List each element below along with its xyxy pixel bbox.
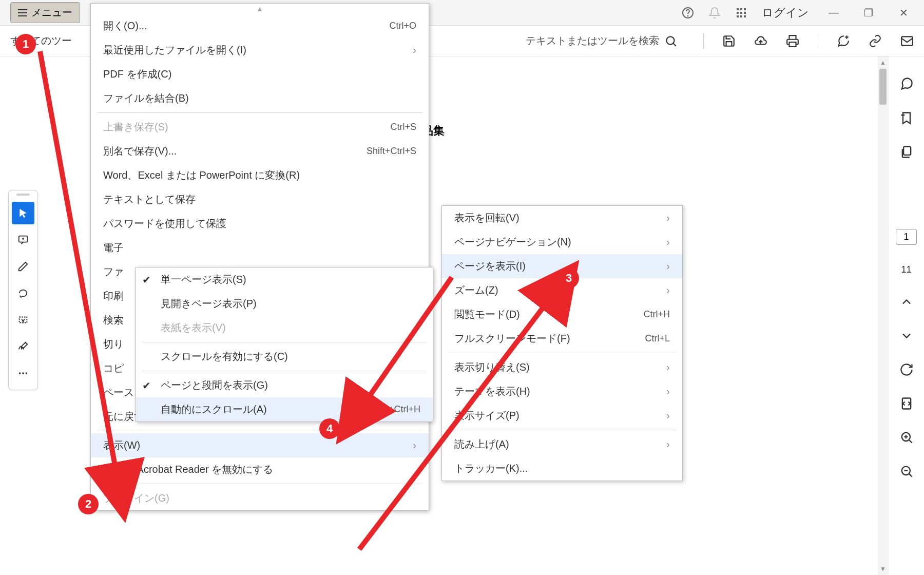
cloud-upload-icon[interactable] (754, 34, 767, 48)
mail-icon[interactable] (900, 34, 914, 48)
menu-plugin[interactable]: プラグイン(G) (91, 486, 429, 510)
svg-rect-3 (740, 8, 742, 10)
select-tool[interactable] (12, 202, 34, 224)
svg-rect-5 (737, 12, 739, 14)
svg-rect-19 (903, 147, 911, 155)
annotation-badge-3: 3 (559, 268, 579, 289)
comment-add-icon[interactable] (837, 34, 850, 48)
menu-toggle[interactable]: 表示切り替え(S)› (442, 355, 682, 379)
menu-button-label: メニュー (31, 6, 72, 20)
page-up-icon[interactable] (899, 295, 914, 309)
menu-button[interactable]: メニュー (10, 2, 80, 23)
divider (818, 33, 818, 49)
link-icon[interactable] (869, 34, 882, 48)
menu-fullscreen[interactable]: フルスクリーンモード(F)Ctrl+L (442, 327, 682, 351)
menu-single-page[interactable]: ✔単一ページ表示(S) (136, 267, 433, 292)
fit-width-icon[interactable] (899, 396, 914, 411)
menu-spread[interactable]: 見開きページ表示(P) (136, 292, 433, 316)
search-placeholder[interactable]: テキストまたはツールを検索 (526, 34, 659, 48)
vertical-scrollbar[interactable]: ▲ ▼ (878, 56, 888, 575)
rotate-icon[interactable] (899, 362, 914, 377)
menu-page-breaks[interactable]: ✔ページと段間を表示(G) (136, 373, 433, 397)
menu-create-pdf[interactable]: PDF を作成(C) (91, 62, 429, 86)
scroll-thumb[interactable] (879, 69, 887, 105)
menu-view[interactable]: 表示(W)› (91, 433, 429, 457)
menu-open[interactable]: 開く(O)...Ctrl+O (91, 14, 429, 38)
lasso-tool[interactable] (12, 282, 34, 304)
search-icon[interactable] (664, 34, 678, 48)
menu-auto-scroll[interactable]: 自動的にスクロール(A)Shift+Ctrl+H (136, 397, 433, 421)
svg-point-17 (22, 372, 24, 374)
annotation-badge-2: 2 (78, 494, 99, 514)
text-select-tool[interactable] (12, 309, 34, 331)
svg-rect-9 (740, 15, 742, 17)
scroll-up-button[interactable]: ▲ (878, 56, 888, 69)
page-current[interactable]: 1 (896, 229, 916, 245)
svg-rect-12 (790, 42, 796, 47)
minimize-button[interactable]: — (823, 7, 844, 18)
menu-read-aloud[interactable]: 読み上げ(A)› (442, 432, 682, 456)
svg-point-11 (666, 36, 674, 44)
apps-icon[interactable] (735, 7, 747, 19)
svg-rect-7 (744, 12, 746, 14)
annotation-badge-4: 4 (319, 418, 340, 439)
menu-scroll-up[interactable]: ▲ (91, 4, 429, 14)
svg-point-1 (688, 15, 688, 16)
page-total: 11 (901, 264, 911, 275)
comment-tool[interactable] (12, 228, 34, 251)
main-menu: ▲ 開く(O)...Ctrl+O 最近使用したファイルを開く(I)› PDF を… (90, 3, 429, 511)
page-display-submenu: ✔単一ページ表示(S) 見開きページ表示(P) 表紙を表示(V) スクロールを有… (136, 267, 433, 422)
menu-cover: 表紙を表示(V) (136, 316, 433, 340)
menu-read-mode[interactable]: 閲覧モード(D)Ctrl+H (442, 302, 682, 327)
print-icon[interactable] (786, 34, 799, 48)
view-submenu: 表示を回転(V)› ページナビゲーション(N)› ページを表示(I)› ズーム(… (441, 205, 683, 481)
zoom-out-icon[interactable] (899, 464, 914, 478)
menu-save-text[interactable]: テキストとして保存 (91, 187, 429, 212)
tool-panel (8, 190, 38, 390)
svg-point-16 (19, 372, 21, 374)
help-icon[interactable] (682, 7, 694, 19)
svg-point-18 (26, 372, 28, 374)
login-link[interactable]: ログイン (762, 5, 809, 21)
pencil-tool[interactable] (12, 255, 34, 278)
svg-rect-6 (740, 12, 742, 14)
svg-rect-4 (744, 8, 746, 10)
menu-recent[interactable]: 最近使用したファイルを開く(I)› (91, 38, 429, 62)
close-button[interactable]: ✕ (893, 7, 914, 19)
svg-rect-2 (737, 8, 739, 10)
page-down-icon[interactable] (899, 329, 914, 343)
svg-rect-10 (744, 15, 746, 17)
pages-icon[interactable] (899, 145, 914, 159)
signature-tool[interactable] (12, 335, 34, 358)
maximize-button[interactable]: ❐ (858, 7, 879, 19)
scroll-down-button[interactable]: ▼ (878, 563, 888, 575)
panel-grip[interactable] (16, 194, 30, 196)
menu-rotate-view[interactable]: 表示を回転(V)› (442, 206, 682, 230)
menu-disable-new[interactable]: 新しい Acrobat Reader を無効にする (91, 457, 429, 482)
menu-page-nav[interactable]: ページナビゲーション(N)› (442, 230, 682, 254)
menu-save: 上書き保存(S)Ctrl+S (91, 115, 429, 139)
divider (703, 33, 704, 49)
svg-rect-8 (737, 15, 739, 17)
bell-icon[interactable] (708, 7, 721, 19)
menu-enable-scroll[interactable]: スクロールを有効にする(C) (136, 344, 433, 369)
menu-display-size[interactable]: 表示サイズ(P)› (442, 404, 682, 428)
menu-export-office[interactable]: Word、Excel または PowerPoint に変換(R) (91, 163, 429, 187)
zoom-in-icon[interactable] (899, 430, 914, 445)
menu-digital[interactable]: 電子 (91, 236, 429, 260)
annotation-badge-1: 1 (15, 34, 36, 54)
menu-protect[interactable]: パスワードを使用して保護 (91, 212, 429, 236)
save-icon[interactable] (722, 34, 736, 48)
hamburger-icon (18, 9, 27, 16)
chat-icon[interactable] (899, 77, 914, 91)
menu-tracker[interactable]: トラッカー(K)... (442, 456, 682, 481)
svg-rect-13 (901, 36, 913, 45)
menu-save-as[interactable]: 別名で保存(V)...Shift+Ctrl+S (91, 139, 429, 163)
bookmark-icon[interactable] (899, 111, 914, 125)
more-tools[interactable] (12, 362, 34, 385)
menu-combine[interactable]: ファイルを結合(B) (91, 86, 429, 110)
menu-theme[interactable]: テーマを表示(H)› (442, 379, 682, 404)
